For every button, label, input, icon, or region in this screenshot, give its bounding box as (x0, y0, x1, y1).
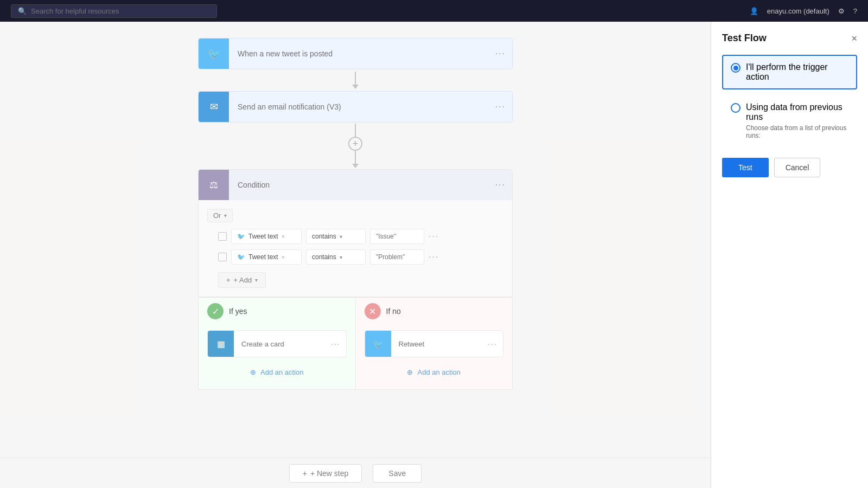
search-box[interactable]: 🔍 (11, 4, 217, 18)
test-button[interactable]: Test (722, 158, 769, 177)
row2-value[interactable]: "Problem" (370, 249, 424, 265)
branch-no-content: 🐦 Retweet ··· ⊕ Add an action (356, 325, 513, 389)
retweet-twitter-icon: 🐦 (365, 331, 391, 357)
user-avatar-icon: 👤 (750, 7, 758, 15)
condition-symbol: ⚖ (209, 179, 218, 191)
row1-twitter-icon: 🐦 (237, 233, 245, 240)
row2-field[interactable]: 🐦 Tweet text × (231, 249, 302, 265)
user-label: enayu.com (default) (767, 7, 829, 15)
condition-row-2: 🐦 Tweet text × contains ▾ "Problem" ··· (218, 249, 503, 265)
save-button[interactable]: Save (373, 464, 422, 483)
retweet-action: 🐦 Retweet ··· (365, 330, 504, 357)
option2-label: Using data from previous runs (746, 102, 848, 122)
trello-icon: ▦ (208, 331, 234, 357)
trigger-menu[interactable]: ··· (489, 49, 512, 59)
option2-text: Using data from previous runs Choose dat… (746, 102, 848, 139)
add-action-no-label: Add an action (417, 368, 461, 376)
row2-field-label: Tweet text (248, 253, 278, 261)
branch-no-icon: ✕ (365, 303, 381, 319)
condition-title: Condition (229, 181, 489, 189)
trello-symbol: ▦ (217, 339, 225, 349)
create-card-menu[interactable]: ··· (326, 339, 346, 348)
add-condition-button[interactable]: + + Add ▾ (218, 272, 266, 288)
mail-step-icon: ✉ (199, 92, 229, 122)
row2-op-chevron-icon: ▾ (340, 254, 342, 260)
search-input[interactable] (31, 7, 210, 15)
or-badge[interactable]: Or ▾ (207, 209, 233, 222)
email-step: ✉ Send an email notification (V3) ··· (198, 91, 513, 123)
row2-more-menu[interactable]: ··· (429, 252, 439, 262)
row1-field-label: Tweet text (248, 233, 278, 240)
condition-block: ⚖ Condition ··· Or ▾ 🐦 Tweet text × cont… (198, 169, 513, 297)
condition-body: Or ▾ 🐦 Tweet text × contains ▾ "Issue" ·… (199, 200, 512, 297)
or-label: Or (213, 211, 221, 220)
branch-no: ✕ If no 🐦 Retweet ··· ⊕ Add an action (356, 298, 513, 389)
add-action-yes-button[interactable]: ⊕ Add an action (207, 364, 347, 381)
panel-actions: Test Cancel (722, 158, 857, 177)
option2-subtext: Choose data from a list of previous runs… (746, 124, 848, 139)
row1-more-menu[interactable]: ··· (429, 232, 439, 241)
branch-yes-header: ✓ If yes (199, 298, 355, 325)
branch-yes-label: If yes (229, 307, 247, 316)
mail-icon: ✉ (210, 101, 218, 113)
retweet-label: Retweet (391, 340, 483, 348)
add-label: + Add (234, 276, 252, 284)
row1-operator[interactable]: contains ▾ (306, 229, 366, 244)
test-flow-panel: Test Flow × I'll perform the trigger act… (711, 22, 868, 488)
row2-twitter-icon: 🐦 (237, 253, 245, 261)
row2-operator[interactable]: contains ▾ (306, 249, 366, 265)
row1-checkbox[interactable] (218, 232, 227, 241)
panel-title: Test Flow (722, 33, 767, 44)
panel-header: Test Flow × (722, 33, 857, 44)
bottom-bar: + + New step Save (0, 458, 711, 488)
add-action-no-icon: ⊕ (407, 368, 413, 376)
top-bar: 🔍 👤 enayu.com (default) ⚙ ? (0, 0, 868, 22)
row2-op-label: contains (312, 253, 336, 261)
row1-field[interactable]: 🐦 Tweet text × (231, 229, 302, 244)
new-step-icon: + (303, 469, 307, 478)
condition-menu[interactable]: ··· (489, 180, 512, 190)
email-menu[interactable]: ··· (489, 102, 512, 112)
trigger-step: 🐦 When a new tweet is posted ··· (198, 38, 513, 69)
or-chevron-icon: ▾ (224, 213, 227, 219)
row1-value[interactable]: "Issue" (370, 229, 424, 244)
retweet-symbol: 🐦 (373, 339, 384, 349)
radio-trigger-icon (731, 63, 741, 73)
add-chevron-icon: ▾ (255, 277, 258, 283)
option-trigger-action[interactable]: I'll perform the trigger action (722, 55, 857, 89)
flow-canvas: 🐦 When a new tweet is posted ··· ✉ Send … (0, 22, 711, 488)
arrow1 (352, 72, 359, 89)
row2-checkbox[interactable] (218, 253, 227, 261)
row2-remove-icon[interactable]: × (282, 254, 285, 260)
connector-plus: + (348, 124, 362, 168)
new-step-button[interactable]: + + New step (289, 464, 362, 483)
branch-yes-icon: ✓ (207, 303, 224, 319)
branch-yes-content: ▦ Create a card ··· ⊕ Add an action (199, 325, 355, 389)
row1-remove-icon[interactable]: × (282, 233, 285, 240)
gear-icon[interactable]: ⚙ (838, 7, 845, 15)
create-card-label: Create a card (234, 340, 326, 348)
twitter-step-icon: 🐦 (199, 38, 229, 69)
add-step-circle[interactable]: + (348, 137, 362, 151)
save-label: Save (388, 469, 406, 478)
trigger-label: When a new tweet is posted (229, 49, 489, 58)
add-action-yes-label: Add an action (260, 368, 304, 376)
add-action-no-button[interactable]: ⊕ Add an action (365, 364, 504, 381)
create-card-action: ▦ Create a card ··· (207, 330, 347, 357)
close-panel-button[interactable]: × (851, 34, 857, 43)
email-label: Send an email notification (V3) (229, 102, 489, 111)
radio-previous-icon (731, 103, 741, 113)
add-action-yes-icon: ⊕ (250, 368, 256, 376)
option-previous-runs[interactable]: Using data from previous runs Choose dat… (722, 95, 857, 147)
help-icon[interactable]: ? (853, 7, 857, 15)
condition-header: ⚖ Condition ··· (199, 170, 512, 200)
condition-icon: ⚖ (199, 170, 229, 200)
branch-no-label: If no (386, 307, 401, 316)
retweet-menu[interactable]: ··· (482, 339, 503, 348)
row1-op-chevron-icon: ▾ (340, 234, 342, 240)
twitter-icon: 🐦 (207, 47, 221, 60)
condition-row-1: 🐦 Tweet text × contains ▾ "Issue" ··· (218, 229, 503, 244)
add-icon: + (226, 276, 231, 284)
row1-op-label: contains (312, 233, 336, 240)
cancel-button[interactable]: Cancel (774, 158, 821, 177)
